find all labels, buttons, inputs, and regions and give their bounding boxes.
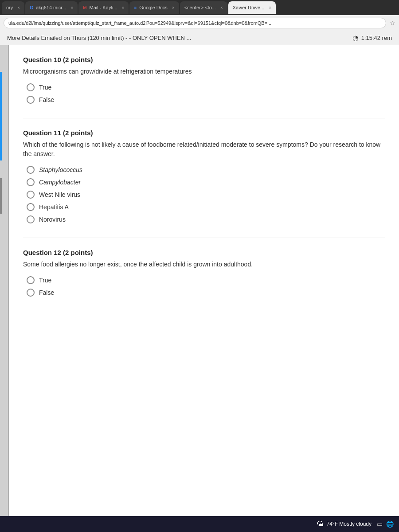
tab-docs-label: Google Docs: [139, 5, 168, 10]
question-11-options: Staphylococcus Campylobacter West Nile v…: [27, 166, 385, 223]
system-taskbar: 🌤 74°F Mostly cloudy ▭ 🌐: [0, 516, 399, 532]
option-label-q10-false: False: [39, 96, 54, 103]
address-bar[interactable]: ula.edu/d2l/lms/quizzing/user/attempt/qu…: [4, 18, 386, 28]
option-label-q12-false: False: [39, 289, 54, 296]
question-11-label: Question 11 (2 points): [23, 129, 93, 137]
question-11-option-3[interactable]: Hepatitis A: [27, 203, 385, 211]
timer-icon: ◔: [352, 34, 359, 42]
question-11-option-1[interactable]: Campylobacter: [27, 178, 385, 186]
tab-center-close[interactable]: ×: [220, 5, 223, 10]
radio-q10-true[interactable]: [27, 83, 35, 91]
mail-icon: M: [83, 5, 86, 10]
banner-timer: ◔ 1:15:42 rem: [352, 34, 392, 42]
page-banner: More Details Emailed on Thurs (120 min l…: [0, 31, 399, 45]
left-sidebar: [0, 45, 9, 530]
docs-icon: ≡: [134, 5, 137, 10]
option-label-q12-true: True: [39, 277, 51, 284]
banner-title: More Details Emailed on Thurs (120 min l…: [7, 35, 191, 41]
radio-q11-4[interactable]: [27, 215, 35, 223]
question-12-block: Question 12 (2 points) Some food allergi…: [23, 249, 385, 297]
tab-xavier[interactable]: Xavier Unive... ×: [228, 1, 276, 14]
divider-10-11: [23, 118, 385, 118]
tab-mail-label: Mail - Kayli...: [90, 5, 117, 10]
address-bar-row: ula.edu/d2l/lms/quizzing/user/attempt/qu…: [0, 15, 399, 31]
content-area: Question 10 (2 points) Microorganisms ca…: [0, 45, 399, 530]
tab-xavier-label: Xavier Unive...: [233, 5, 265, 10]
question-12-header: Question 12 (2 points): [23, 249, 385, 256]
question-11-option-0[interactable]: Staphylococcus: [27, 166, 385, 174]
question-12-option-false[interactable]: False: [27, 289, 385, 297]
taskbar-window-icon[interactable]: ▭: [377, 520, 383, 528]
option-label-q11-1: Campylobacter: [39, 179, 81, 186]
question-11-option-2[interactable]: West Nile virus: [27, 191, 385, 199]
sidebar-blue-indicator: [0, 72, 2, 160]
radio-q11-2[interactable]: [27, 191, 35, 199]
question-10-options: True False: [27, 83, 385, 104]
taskbar-system-icons: ▭ 🌐: [377, 520, 394, 528]
tab-mail-close[interactable]: ×: [122, 5, 125, 10]
question-10-option-true[interactable]: True: [27, 83, 385, 91]
tab-google-close[interactable]: ×: [70, 5, 73, 10]
radio-q10-false[interactable]: [27, 96, 35, 104]
tab-docs[interactable]: ≡ Google Docs ×: [129, 1, 179, 14]
timer-value: 1:15:42 rem: [361, 35, 392, 41]
question-11-text: Which of the following is not likely a c…: [23, 140, 385, 159]
tab-docs-close[interactable]: ×: [172, 5, 175, 10]
address-text: ula.edu/d2l/lms/quizzing/user/attempt/qu…: [8, 20, 271, 26]
browser-chrome: ory × G akg614 micr... × M Mail - Kayli.…: [0, 0, 399, 45]
divider-11-12: [23, 238, 385, 238]
tab-center-label: <center> <fo...: [184, 5, 216, 10]
option-label-q11-2: West Nile virus: [39, 191, 80, 198]
question-10-header: Question 10 (2 points): [23, 56, 385, 63]
question-10-label: Question 10 (2 points): [23, 56, 93, 63]
radio-q11-0[interactable]: [27, 166, 35, 174]
question-12-text: Some food allergies no longer exist, onc…: [23, 260, 385, 269]
tab-ory-close[interactable]: ×: [17, 5, 20, 10]
tab-xavier-close[interactable]: ×: [269, 5, 271, 10]
option-label-q10-true: True: [39, 84, 51, 91]
tab-ory[interactable]: ory ×: [2, 1, 24, 14]
tab-center[interactable]: <center> <fo... ×: [180, 1, 227, 14]
radio-q12-true[interactable]: [27, 276, 35, 284]
question-10-block: Question 10 (2 points) Microorganisms ca…: [23, 56, 385, 104]
taskbar-network-icon[interactable]: 🌐: [386, 520, 394, 528]
option-label-q11-4: Norovirus: [39, 216, 66, 223]
question-12-options: True False: [27, 276, 385, 297]
scroll-position-indicator: [0, 178, 2, 214]
tab-google[interactable]: G akg614 micr... ×: [25, 1, 78, 14]
weather-text: 74°F Mostly cloudy: [326, 521, 372, 527]
tab-mail[interactable]: M Mail - Kayli... ×: [78, 1, 129, 14]
option-label-q11-0: Staphylococcus: [39, 166, 82, 173]
question-11-block: Question 11 (2 points) Which of the foll…: [23, 129, 385, 223]
weather-widget: 🌤 74°F Mostly cloudy: [317, 520, 372, 528]
bookmark-icon[interactable]: ☆: [390, 20, 395, 27]
question-10-option-false[interactable]: False: [27, 96, 385, 104]
main-content[interactable]: Question 10 (2 points) Microorganisms ca…: [9, 45, 399, 530]
question-12-option-true[interactable]: True: [27, 276, 385, 284]
tab-ory-label: ory: [6, 5, 13, 10]
question-11-option-4[interactable]: Norovirus: [27, 215, 385, 223]
radio-q12-false[interactable]: [27, 289, 35, 297]
question-11-header: Question 11 (2 points): [23, 129, 385, 137]
option-label-q11-3: Hepatitis A: [39, 203, 69, 211]
weather-icon: 🌤: [317, 520, 324, 528]
radio-q11-3[interactable]: [27, 203, 35, 211]
tab-google-label: akg614 micr...: [36, 5, 66, 10]
radio-q11-1[interactable]: [27, 178, 35, 186]
tab-bar: ory × G akg614 micr... × M Mail - Kayli.…: [0, 0, 399, 15]
question-12-label: Question 12 (2 points): [23, 249, 93, 256]
google-icon: G: [30, 5, 33, 10]
question-10-text: Microorganisms can grow/divide at refrig…: [23, 67, 385, 76]
